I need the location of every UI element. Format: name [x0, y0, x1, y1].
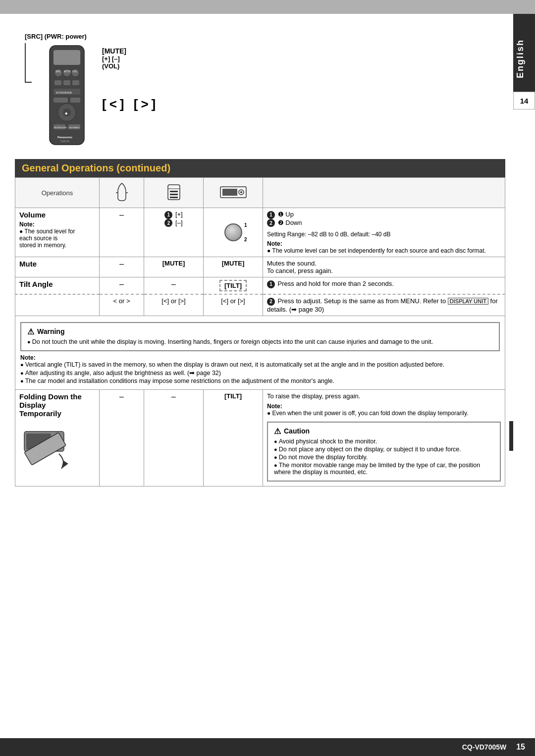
caution-item-4: The monitor movable range may be limited… — [274, 462, 494, 476]
fold-note-text: ● Even when the unit power is off, you c… — [267, 410, 501, 417]
arrow-label: [<] [>] — [102, 97, 159, 112]
down-label: ❷ Down — [278, 219, 302, 226]
up-label: ❶ Up — [278, 211, 294, 218]
svg-text:RET/RETURN: RET/RETURN — [54, 126, 67, 129]
table-row-fold: Folding Down the Display Temporarily — [15, 389, 505, 486]
volume-label-cell: Volume Note: ● The sound level foreach s… — [15, 208, 100, 257]
tilt-notes-list: Vertical angle (TILT) is saved in the me… — [20, 361, 500, 384]
section-header: General Operations (continued) — [15, 159, 505, 177]
knob-num-2: 2 — [244, 237, 247, 242]
volume-col2: – — [100, 208, 144, 257]
warning-cell: ⚠ Warning Do not touch the unit while th… — [15, 316, 505, 389]
svg-text:VOL: VOL — [72, 70, 77, 73]
volume-note-title: Note: — [19, 221, 95, 228]
right-accent-bar — [509, 421, 513, 451]
svg-text:ENTER/BAND: ENTER/BAND — [56, 91, 72, 94]
top-bar — [0, 0, 535, 14]
caution-title-text: Caution — [284, 427, 310, 435]
table-header-row: Operations — [15, 178, 505, 208]
operations-table: Operations — [15, 177, 505, 486]
header-col-touch — [100, 178, 144, 208]
model-label: CQ-VD7005W — [462, 743, 506, 751]
setting-range: Setting Range: –82 dB to 0 dB, default: … — [267, 231, 501, 238]
caution-list: Avoid physical shock to the monitor. Do … — [274, 438, 494, 476]
tilt-step1: 1 Press and hold for more than 2 seconds… — [267, 280, 501, 288]
header-col-unit — [204, 178, 263, 208]
folding-diagram — [19, 422, 84, 476]
page-number-top: 14 — [513, 92, 535, 109]
svg-text:CAR AV: CAR AV — [60, 140, 70, 143]
volume-note2-text: ● The volume level can be set independen… — [267, 247, 501, 254]
fold-label3: Temporarily — [19, 409, 61, 418]
remote-right-labels: [MUTE] [+] [–] (VOL) [<] [>] — [102, 43, 159, 112]
tilt-note-3: The car model and installation condition… — [20, 378, 500, 384]
tilt-col5-2: 2 Press to adjust. Setup is the same as … — [263, 294, 505, 316]
page-number-bottom: 15 — [516, 743, 525, 752]
fold-label: Folding Down the Display Temporarily — [19, 392, 95, 418]
knob-num-1: 1 — [244, 222, 247, 228]
tilt-label: Tilt Angle — [19, 280, 95, 288]
warning-title-text: Warning — [37, 327, 64, 335]
volume-col3: 1 [+] 2 [–] — [144, 208, 204, 257]
table-row-tilt-1: Tilt Angle – – [TILT] 1 Press and hold f… — [15, 277, 505, 295]
svg-rect-1 — [54, 50, 80, 65]
mute-label: [MUTE] — [102, 47, 159, 55]
volume-label: Volume — [19, 211, 95, 219]
fold-label2: Display — [19, 401, 46, 409]
tilt-dashed-label: [TILT] — [219, 280, 247, 291]
display-unit-box: DISPLAY UNIT — [448, 298, 488, 305]
tilt-step2: 2 Press to adjust. Setup is the same as … — [267, 297, 501, 313]
table-row-tilt-2: < or > [<] or [>] [<] or [>] 2 Press to … — [15, 294, 505, 316]
circle-1: 1 — [164, 211, 172, 219]
tilt-col2: – — [100, 277, 144, 295]
fold-desc: To raise the display, press again. — [267, 392, 501, 400]
svg-text:Panasonic: Panasonic — [57, 136, 73, 139]
tilt-col3: – — [144, 277, 204, 295]
svg-rect-30 — [170, 194, 178, 195]
tilt-label-cell: Tilt Angle — [15, 277, 100, 295]
main-content: [SRC] (PWR: power) — [15, 28, 505, 486]
volume-col4: 2 1 — [204, 208, 263, 257]
fold-col4: [TILT] — [204, 389, 263, 486]
tilt-circle-2: 2 — [267, 298, 275, 306]
tilt-col4b: [<] or [>] — [204, 294, 263, 316]
warning-item-1: Do not touch the unit while the display … — [27, 338, 493, 345]
svg-text:SRC: SRC — [55, 70, 61, 73]
caution-item-2: Do not place any object on the display, … — [274, 446, 494, 453]
volume-note2-title: Note: — [267, 240, 282, 247]
volume-col5: 1 ❶ Up 2 ❷ Down Setting Range: –82 dB to… — [263, 208, 505, 257]
caution-item-1: Avoid physical shock to the monitor. — [274, 438, 494, 445]
svg-rect-10 — [72, 80, 79, 85]
svg-point-35 — [240, 191, 242, 193]
warning-triangle-icon: ⚠ — [27, 327, 34, 336]
svg-rect-31 — [170, 197, 178, 198]
svg-rect-8 — [54, 80, 61, 85]
caution-title: ⚠ Caution — [274, 427, 494, 436]
tilt-col4: [TILT] — [204, 277, 263, 295]
table-row-mute: Mute – [MUTE] [MUTE] Mutes the sound. To… — [15, 257, 505, 277]
warning-box: ⚠ Warning Do not touch the unit while th… — [20, 322, 500, 351]
circle-2: 2 — [164, 219, 172, 227]
vol-label: [+] [–] — [102, 55, 159, 62]
mute-label-text: Mute — [19, 260, 95, 268]
mute-label-cell: Mute — [15, 257, 100, 277]
mute-desc2: To cancel, press again. — [267, 267, 501, 274]
remote-section: [SRC] (PWR: power) — [15, 33, 505, 154]
tilt-notes: Note: Vertical angle (TILT) is saved in … — [20, 354, 500, 384]
tilt-circle-1: 1 — [267, 280, 275, 288]
up-circle-1: 1 — [267, 211, 275, 219]
tilt-note-1: Vertical angle (TILT) is saved in the me… — [20, 361, 500, 368]
caution-triangle-icon: ⚠ — [274, 427, 281, 436]
header-col-desc — [263, 178, 505, 208]
tilt-col3b: [<] or [>] — [144, 294, 204, 316]
warning-title: ⚠ Warning — [27, 327, 493, 336]
fold-label1: Folding Down the — [19, 392, 82, 401]
svg-text:MUTE: MUTE — [64, 70, 71, 73]
remote-image: SRC MUTE VOL ENTER/BAND — [40, 43, 94, 154]
warning-list: Do not touch the unit while the display … — [27, 338, 493, 345]
svg-rect-9 — [63, 80, 70, 85]
tilt-col2b: < or > — [100, 294, 144, 316]
caution-box: ⚠ Caution Avoid physical shock to the mo… — [267, 422, 501, 482]
tilt-label-cell2 — [15, 294, 100, 316]
tilt-col5-1: 1 Press and hold for more than 2 seconds… — [263, 277, 505, 295]
